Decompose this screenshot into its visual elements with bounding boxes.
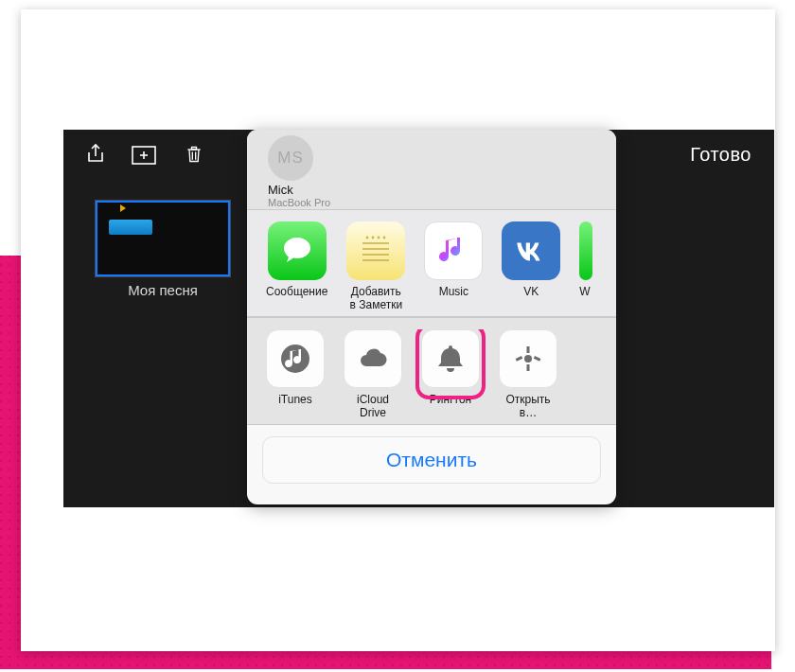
share-action-itunes[interactable]: iTunes xyxy=(266,329,325,420)
done-button[interactable]: Готово xyxy=(690,144,751,166)
music-icon xyxy=(424,221,483,280)
openin-icon xyxy=(499,329,557,388)
share-action-openin[interactable]: Открыть в… xyxy=(499,329,557,420)
share-action-label: Открыть в… xyxy=(499,394,557,420)
itunes-icon xyxy=(266,329,325,388)
share-action-label: Рингтон xyxy=(421,394,480,420)
new-song-button[interactable] xyxy=(128,137,162,171)
delete-button[interactable] xyxy=(177,137,211,171)
svg-point-14 xyxy=(524,355,532,363)
share-app-music[interactable]: Music xyxy=(424,221,483,312)
share-sheet: MS Mick MacBook Pro Сообщение xyxy=(247,130,616,504)
share-action-label: iCloud Drive xyxy=(344,394,402,420)
svg-rect-18 xyxy=(527,364,530,371)
share-app-label: Добавить в Заметки xyxy=(346,286,405,312)
app-window: Готово Моя песня MS Mick MacBook Pro xyxy=(63,130,774,507)
share-app-label: VK xyxy=(502,286,560,312)
more-app-icon xyxy=(579,221,592,280)
svg-point-9 xyxy=(366,237,369,239)
share-app-more-peek[interactable]: W xyxy=(579,221,592,312)
svg-point-12 xyxy=(383,237,386,239)
svg-rect-16 xyxy=(534,356,541,362)
share-apps-row: Сообщение Добавить в Заметки xyxy=(247,209,616,317)
share-app-vk[interactable]: VK xyxy=(502,221,560,312)
share-actions-row: iTunes iCloud Drive Рингтон xyxy=(247,317,616,425)
outer-card: Готово Моя песня MS Mick MacBook Pro xyxy=(21,9,775,651)
share-app-label: Сообщение xyxy=(266,286,327,312)
svg-point-11 xyxy=(378,237,380,239)
share-action-icloud[interactable]: iCloud Drive xyxy=(344,329,402,420)
share-app-label: W xyxy=(579,286,592,312)
song-thumbnail[interactable]: Моя песня xyxy=(96,201,230,298)
share-action-label: iTunes xyxy=(266,394,325,420)
cancel-section: Отменить xyxy=(247,425,616,499)
share-app-notes[interactable]: Добавить в Заметки xyxy=(346,221,405,312)
icloud-icon xyxy=(344,329,402,388)
song-preview xyxy=(96,201,230,276)
airdrop-target-name: Mick xyxy=(268,183,605,197)
svg-rect-15 xyxy=(516,356,523,362)
bell-icon xyxy=(421,329,480,388)
messages-icon xyxy=(268,221,327,280)
vk-icon xyxy=(502,221,560,280)
share-app-messages[interactable]: Сообщение xyxy=(266,221,327,312)
share-action-ringtone[interactable]: Рингтон xyxy=(421,329,480,420)
svg-point-10 xyxy=(372,237,375,239)
svg-rect-17 xyxy=(527,346,530,353)
song-label: Моя песня xyxy=(96,282,230,298)
airdrop-target-device: MacBook Pro xyxy=(268,197,605,208)
cancel-button[interactable]: Отменить xyxy=(262,436,601,484)
airdrop-section: MS Mick MacBook Pro xyxy=(247,130,616,209)
share-button[interactable] xyxy=(79,137,113,171)
notes-icon xyxy=(346,221,405,280)
share-app-label: Music xyxy=(424,286,483,312)
airdrop-avatar[interactable]: MS xyxy=(268,135,313,181)
